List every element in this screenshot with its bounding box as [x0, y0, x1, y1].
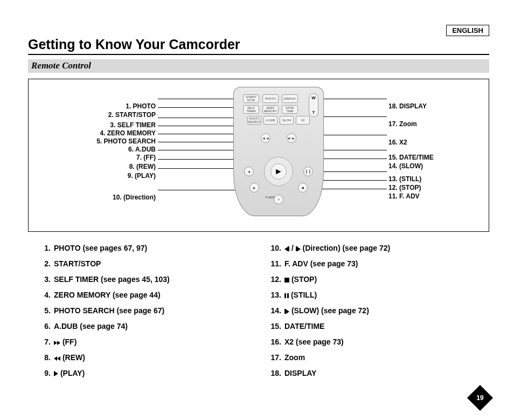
legend-right: 10. / (Direction) (see page 72)11.F. ADV…	[267, 244, 472, 384]
remote-btn-zero-memory: ZERO MEMORY	[262, 105, 279, 114]
remote-btn-dir-left: ◄	[244, 167, 254, 176]
remote-btn-still: ❙❙	[303, 167, 313, 176]
legend-item: 8. (REW)	[37, 353, 241, 362]
remote-btn-stop: ■	[298, 183, 308, 192]
remote-btn-date-time: DATE/ TIME	[282, 105, 298, 114]
callout-zero-memory: 4. ZERO MEMORY	[100, 130, 156, 136]
legend-item: 6.A.DUB (see page 74)	[37, 322, 241, 331]
remote-btn-photo-search: PHOTO SEARCH	[247, 116, 261, 125]
page-number-badge: 19	[471, 389, 489, 407]
remote-diagram: 1. PHOTO 2. START/STOP 3. SELF TIMER 4. …	[28, 79, 489, 232]
callout-adub: 6. A.DUB	[128, 146, 156, 153]
callout-zoom: 17. Zoom	[388, 121, 417, 127]
section-subtitle: Remote Control	[28, 59, 489, 73]
remote-btn-start-stop: START/ STOP	[243, 94, 259, 103]
legend-item: 14. (SLOW) (see page 72)	[267, 306, 472, 315]
legend-left: 1.PHOTO (see pages 67, 97)2.START/STOP3.…	[37, 244, 241, 384]
title-rule	[28, 54, 489, 55]
legend-item: 2.START/STOP	[37, 259, 241, 268]
remote-btn-x2: X2	[296, 116, 310, 125]
callout-slow: 14. (SLOW)	[388, 163, 423, 169]
callout-fadv: 11. F. ADV	[388, 193, 420, 199]
remote-btn-display: DISPLAY	[282, 94, 298, 103]
remote-btn-self-timer: SELF TIMER	[243, 105, 259, 114]
legend-item: 1.PHOTO (see pages 67, 97)	[37, 244, 241, 252]
legend-item: 13. (STILL)	[267, 291, 472, 299]
language-label: ENGLISH	[446, 25, 489, 36]
legend-item: 12. (STOP)	[267, 275, 472, 284]
callout-ff: 7. (FF)	[136, 154, 156, 161]
callout-still: 13. (STILL)	[388, 176, 421, 182]
callout-direction: 10. (Direction)	[113, 194, 156, 201]
remote-btn-ff: ►►	[287, 133, 296, 143]
legend-item: 15.DATE/TIME	[267, 322, 472, 331]
legend-item: 18.DISPLAY	[267, 369, 472, 377]
legend-item: 5.PHOTO SEARCH (see page 67)	[37, 306, 241, 315]
legend-item: 10. / (Direction) (see page 72)	[267, 244, 472, 252]
remote-btn-play: ►	[270, 163, 287, 180]
legend-item: 4.ZERO MEMORY (see page 44)	[37, 291, 241, 299]
remote-fadv-label: F.ADV	[266, 196, 275, 199]
callout-display: 18. DISPLAY	[388, 103, 427, 109]
callout-rew: 8. (REW)	[129, 163, 156, 170]
remote-btn-slow: SLOW	[280, 116, 294, 125]
remote-btn-fadv: ＋	[274, 195, 283, 204]
callout-play: 9. (PLAY)	[128, 173, 156, 179]
legend-item: 7. (FF)	[37, 338, 241, 346]
legend-item: 9. (PLAY)	[37, 369, 241, 377]
remote-play-ring: ►	[264, 157, 293, 186]
page-number: 19	[476, 394, 483, 402]
callout-photo: 1. PHOTO	[126, 103, 156, 109]
callout-photo-search: 5. PHOTO SEARCH	[96, 138, 156, 144]
remote-zoom-rocker: WT	[309, 93, 318, 117]
callout-start-stop: 2. START/STOP	[108, 112, 156, 118]
remote-btn-rew: ◄◄	[261, 133, 270, 143]
page-title: Getting to Know Your Camcorder	[28, 37, 240, 52]
callout-x2: 16. X2	[388, 139, 407, 146]
legend-item: 16.X2 (see page 73)	[267, 338, 472, 346]
legend-item: 11.F. ADV (see page 73)	[267, 259, 472, 268]
remote-illustration: START/ STOP PHOTO DISPLAY SELF TIMER ZER…	[233, 87, 324, 216]
callout-stop: 12. (STOP)	[388, 184, 421, 191]
remote-btn-dir-right: ►	[249, 183, 259, 192]
legend-item: 17.Zoom	[267, 353, 472, 362]
callout-self-timer: 3. SELF TIMER	[110, 122, 156, 128]
remote-btn-adub: A.DUB	[263, 116, 277, 125]
remote-btn-photo: PHOTO	[262, 94, 279, 103]
legend-item: 3.SELF TIMER (see pages 45, 103)	[37, 275, 241, 284]
callout-date-time: 15. DATE/TIME	[388, 154, 434, 161]
